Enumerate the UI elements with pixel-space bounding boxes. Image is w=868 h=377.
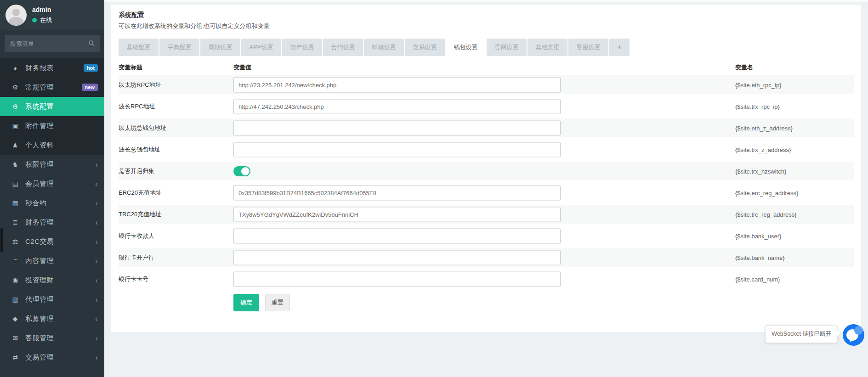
menu-search-input[interactable]	[5, 35, 100, 52]
row-title: 银行卡开户行	[119, 253, 154, 262]
user-name: admin	[32, 6, 51, 13]
tab-dict[interactable]: 字典配置	[159, 39, 199, 56]
config-table: 变量标题 变量值 变量名 以太坊RPC地址 {$site.eth_rpc_ip}…	[119, 62, 854, 311]
row-title: 银行卡卡号	[119, 275, 148, 283]
target-icon: ◉	[11, 276, 19, 284]
input-trx-z-addr[interactable]	[233, 142, 561, 157]
sidebar-item-attachment[interactable]: ▣ 附件管理	[0, 116, 104, 135]
sidebar-item-system-config[interactable]: ⚙ 系统配置	[0, 97, 104, 116]
row-control	[233, 228, 561, 243]
row-varname: {$site.eth_z_address}	[735, 124, 793, 131]
sidebar-item-label: 财务管理	[25, 218, 54, 227]
tab-contract[interactable]: 合约设置	[323, 39, 363, 56]
tab-trade[interactable]: 交易设置	[405, 39, 445, 56]
sidebar-item-label: C2C交易	[25, 237, 54, 246]
sidebar-item-trade-manage[interactable]: ⇄ 交易管理 ‹	[0, 348, 104, 367]
tab-service[interactable]: 客服设置	[568, 39, 608, 56]
table-row: 以太坊RPC地址 {$site.eth_rpc_ip}	[119, 75, 854, 94]
form-actions: 确定 重置	[233, 294, 854, 311]
sidebar-item-permission[interactable]: ♞ 权限管理 ‹	[0, 155, 104, 174]
user-status: 在线	[32, 16, 52, 24]
table-row: 银行卡开户行 {$site.bank_name}	[119, 248, 854, 267]
table-header-row: 变量标题 变量值 变量名	[119, 62, 854, 75]
sidebar-item-label: 秒合约	[25, 199, 47, 208]
sidebar-item-invest-manage[interactable]: ◉ 投资理财 ‹	[0, 270, 104, 290]
tab-other[interactable]: 其他文案	[528, 39, 567, 56]
row-varname: {$site.trx_rpc_ip}	[735, 103, 780, 110]
input-card-num[interactable]	[233, 271, 561, 287]
calendar-icon: ▦	[11, 199, 19, 207]
user-icon: ♟	[11, 141, 19, 149]
database-icon: ≣	[11, 219, 19, 226]
reset-button[interactable]: 重置	[265, 294, 290, 311]
sidebar-item-label: 个人资料	[25, 141, 54, 150]
row-control	[233, 120, 561, 135]
input-bank-user[interactable]	[233, 228, 561, 243]
tab-period[interactable]: 周期设置	[200, 39, 240, 56]
row-varname: {$site.eth_rpc_ip}	[735, 81, 781, 88]
add-tab-button[interactable]: +	[609, 39, 630, 56]
sidebar-item-label: 客服管理	[25, 334, 54, 343]
input-erc20-addr[interactable]	[233, 185, 561, 200]
sidebar-item-content-manage[interactable]: ≡ 内容管理 ‹	[0, 251, 104, 270]
sidebar-scrollbar-thumb[interactable]	[0, 228, 3, 252]
row-varname: {$site.bank_user}	[735, 232, 781, 239]
users-icon: ♞	[11, 161, 19, 168]
chat-button[interactable]	[843, 324, 864, 346]
sidebar-item-member[interactable]: ▤ 会员管理 ‹	[0, 174, 104, 193]
sidebar-item-label: 交易管理	[25, 353, 54, 362]
chevron-left-icon: ‹	[95, 238, 98, 246]
input-trc20-addr[interactable]	[233, 207, 561, 222]
row-control	[233, 142, 561, 157]
user-status-label: 在线	[40, 17, 52, 23]
tab-basic[interactable]: 基础配置	[119, 39, 159, 56]
sidebar-item-finance-manage[interactable]: ≣ 财务管理 ‹	[0, 213, 104, 232]
input-bank-name[interactable]	[233, 250, 561, 265]
search-icon[interactable]	[88, 40, 95, 48]
sidebar-item-label: 常规管理	[25, 83, 54, 92]
sidebar-item-label: 内容管理	[25, 257, 54, 265]
sidebar-item-c2c-trade[interactable]: ⚖ C2C交易 ‹	[0, 232, 104, 251]
table-row: 波长RPC地址 {$site.trx_rpc_ip}	[119, 97, 854, 116]
chevron-left-icon: ‹	[95, 257, 98, 265]
tab-wallet[interactable]: 钱包设置	[446, 39, 486, 56]
input-eth-z-addr[interactable]	[233, 120, 561, 135]
row-control	[233, 99, 561, 114]
chevron-left-icon: ‹	[95, 219, 98, 226]
tab-website[interactable]: 官网设置	[487, 39, 527, 56]
sidebar-item-label: 投资理财	[25, 276, 54, 285]
sidebar-item-label: 代理管理	[25, 295, 54, 304]
tab-app[interactable]: APP设置	[241, 39, 281, 56]
sidebar-item-general-manage[interactable]: ⚙ 常规管理 new	[0, 78, 104, 97]
sidebar-item-label: 权限管理	[25, 160, 54, 169]
sidebar-item-service-manage[interactable]: ✉ 客服管理 ‹	[0, 328, 104, 348]
tab-mail[interactable]: 邮箱设置	[364, 39, 404, 56]
row-title: 银行卡收款人	[119, 232, 154, 240]
submit-button[interactable]: 确定	[233, 294, 259, 311]
sidebar-nav: ◕ 财务报表 hot ⚙ 常规管理 new ⚙ 系统配置 ▣ 附件管理 ♟ 个人…	[0, 58, 104, 367]
row-control	[233, 185, 561, 200]
table-row: 是否开启归集 {$site.trx_hzswitch}	[119, 162, 854, 180]
sidebar-item-private-fund[interactable]: ◆ 私募管理 ‹	[0, 309, 104, 328]
sidebar-item-seconds-contract[interactable]: ▦ 秒合约 ‹	[0, 193, 104, 213]
main-area: 系统配置 可以在此增改系统的变量和分组,也可以自定义分组和变量 基础配置字典配置…	[104, 0, 868, 377]
input-eth-rpc[interactable]	[233, 77, 561, 92]
avatar	[6, 5, 27, 26]
tab-asset[interactable]: 资产设置	[282, 39, 322, 56]
online-status-dot	[32, 18, 37, 23]
websocket-toast: WebSocket 链接已断开	[765, 325, 838, 343]
gear-icon: ⚙	[11, 103, 19, 110]
sidebar-item-profile[interactable]: ♟ 个人资料	[0, 135, 104, 155]
user-panel: admin 在线	[0, 0, 104, 30]
input-trx-rpc[interactable]	[233, 99, 561, 114]
content-lines-icon: ≡	[11, 257, 19, 264]
sidebar-item-label: 财务报表	[25, 64, 54, 73]
sidebar-item-agent-manage[interactable]: ▥ 代理管理 ‹	[0, 290, 104, 309]
row-title: 以太坊总钱包地址	[119, 124, 166, 132]
toggle-collect-switch[interactable]	[233, 166, 250, 176]
briefcase-icon: ▥	[11, 296, 19, 303]
exchange-icon: ⇄	[11, 354, 19, 361]
sidebar-item-finance-report[interactable]: ◕ 财务报表 hot	[0, 58, 104, 78]
gem-icon: ◆	[11, 315, 19, 322]
table-row: 以太坊总钱包地址 {$site.eth_z_address}	[119, 118, 854, 137]
